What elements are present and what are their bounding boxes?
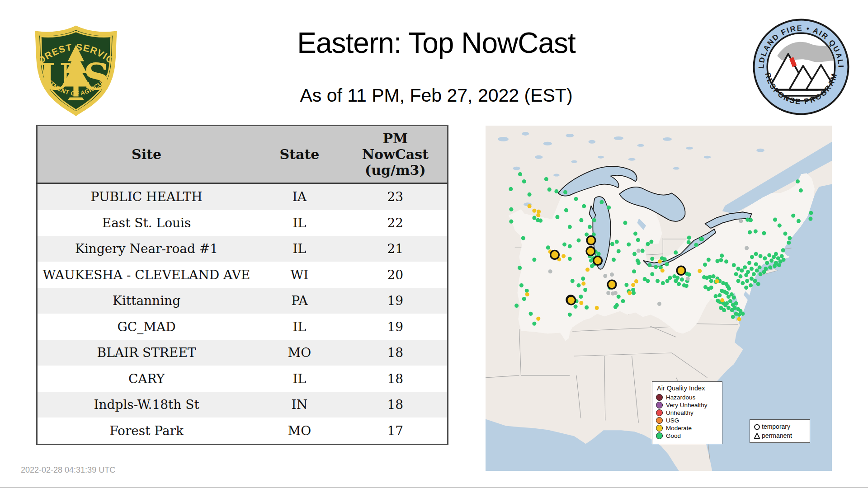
monitor-dot-good[interactable] — [797, 219, 801, 223]
monitor-dot-good[interactable] — [754, 229, 758, 233]
monitor-dot-good[interactable] — [747, 261, 751, 265]
monitor-dot-moderate[interactable] — [715, 279, 719, 283]
monitor-dot-good[interactable] — [714, 294, 718, 298]
monitor-dot-good[interactable] — [707, 258, 711, 262]
monitor-dot-good[interactable] — [579, 295, 583, 299]
monitor-dot-good[interactable] — [617, 249, 621, 253]
monitor-dot-good[interactable] — [732, 263, 736, 267]
monitor-dot-good[interactable] — [509, 220, 513, 224]
monitor-dot-good[interactable] — [709, 279, 713, 283]
monitor-dot-good[interactable] — [576, 238, 580, 242]
monitor-dot-good[interactable] — [509, 207, 513, 211]
monitor-dot-good[interactable] — [777, 263, 781, 267]
monitor-dot-good[interactable] — [623, 221, 627, 225]
monitor-dot-moderate[interactable] — [528, 204, 532, 208]
monitor-dot-good[interactable] — [724, 259, 728, 263]
monitor-dot-good[interactable] — [637, 261, 641, 265]
monitor-dot-good[interactable] — [509, 187, 513, 191]
monitor-dot-good[interactable] — [788, 236, 792, 240]
monitor-dot-good[interactable] — [646, 279, 650, 283]
monitor-dot-good[interactable] — [773, 218, 777, 222]
monitor-dot-good[interactable] — [521, 236, 525, 240]
monitor-dot-good[interactable] — [674, 250, 678, 254]
monitor-dot-moderate[interactable] — [536, 213, 540, 217]
monitor-dot-moderate[interactable] — [537, 210, 541, 214]
monitor-dot-good[interactable] — [514, 304, 519, 308]
monitor-dot-good[interactable] — [748, 230, 752, 234]
monitor-dot-good[interactable] — [532, 322, 536, 326]
monitor-dot-good[interactable] — [621, 299, 625, 303]
monitor-dot-missing[interactable] — [637, 249, 641, 253]
monitor-dot-good[interactable] — [568, 257, 572, 261]
monitor-dot-good[interactable] — [661, 281, 665, 285]
monitor-dot-good[interactable] — [617, 295, 621, 299]
monitor-dot-good[interactable] — [538, 219, 542, 223]
monitor-dot-good[interactable] — [734, 301, 738, 305]
monitor-dot-good[interactable] — [528, 192, 532, 197]
monitor-dot-good[interactable] — [571, 279, 575, 283]
monitor-dot-good[interactable] — [708, 275, 712, 279]
monitor-dot-good[interactable] — [727, 286, 731, 291]
monitor-dot-moderate[interactable] — [698, 269, 702, 273]
monitor-dot-good[interactable] — [780, 254, 784, 258]
monitor-dot-good[interactable] — [613, 305, 618, 309]
monitor-dot-good[interactable] — [518, 266, 522, 270]
monitor-dot-good[interactable] — [740, 268, 744, 272]
top-site-marker[interactable] — [586, 247, 595, 255]
monitor-dot-good[interactable] — [574, 305, 578, 309]
monitor-dot-good[interactable] — [753, 279, 757, 283]
monitor-dot-good[interactable] — [564, 208, 568, 212]
monitor-dot-good[interactable] — [754, 252, 758, 256]
monitor-dot-good[interactable] — [774, 252, 778, 256]
monitor-dot-good[interactable] — [763, 256, 767, 260]
monitor-dot-good[interactable] — [722, 308, 726, 312]
monitor-dot-good[interactable] — [755, 268, 759, 272]
monitor-dot-missing[interactable] — [603, 274, 607, 278]
monitor-dot-good[interactable] — [791, 214, 795, 218]
monitor-dot-good[interactable] — [699, 237, 703, 241]
monitor-dot-good[interactable] — [687, 235, 691, 239]
monitor-dot-moderate[interactable] — [634, 279, 638, 283]
monitor-dot-good[interactable] — [592, 218, 596, 222]
monitor-dot-good[interactable] — [588, 225, 592, 229]
monitor-dot-good[interactable] — [750, 255, 754, 259]
top-site-marker[interactable] — [594, 256, 602, 265]
monitor-dot-good[interactable] — [576, 283, 580, 287]
monitor-dot-good[interactable] — [615, 239, 619, 244]
monitor-dot-good[interactable] — [579, 218, 583, 222]
monitor-dot-missing[interactable] — [657, 302, 661, 306]
monitor-dot-good[interactable] — [725, 301, 729, 305]
monitor-dot-good[interactable] — [720, 253, 724, 258]
top-site-marker[interactable] — [587, 236, 595, 245]
monitor-dot-good[interactable] — [728, 299, 732, 303]
monitor-dot-good[interactable] — [519, 283, 524, 287]
monitor-dot-good[interactable] — [649, 239, 653, 244]
top-site-marker[interactable] — [567, 296, 576, 305]
monitor-dot-good[interactable] — [799, 188, 803, 192]
monitor-dot-good[interactable] — [736, 267, 741, 271]
monitor-dot-good[interactable] — [574, 197, 578, 201]
monitor-dot-good[interactable] — [745, 279, 749, 283]
monitor-dot-good[interactable] — [654, 265, 658, 269]
monitor-dot-good[interactable] — [582, 204, 586, 208]
monitor-dot-good[interactable] — [759, 254, 763, 258]
monitor-dot-good[interactable] — [590, 264, 594, 268]
monitor-dot-missing[interactable] — [606, 291, 610, 295]
monitor-dot-good[interactable] — [732, 296, 736, 300]
monitor-dot-good[interactable] — [532, 258, 536, 262]
monitor-dot-good[interactable] — [726, 295, 731, 299]
monitor-dot-good[interactable] — [668, 276, 672, 280]
monitor-dot-good[interactable] — [612, 258, 616, 262]
monitor-dot-good[interactable] — [555, 215, 559, 219]
monitor-dot-good[interactable] — [787, 240, 791, 244]
monitor-dot-moderate[interactable] — [585, 267, 590, 272]
monitor-dot-good[interactable] — [734, 272, 738, 276]
monitor-dot-good[interactable] — [646, 242, 650, 246]
monitor-dot-good[interactable] — [568, 244, 572, 248]
monitor-dot-moderate[interactable] — [631, 283, 635, 287]
monitor-dot-good[interactable] — [525, 289, 529, 293]
monitor-dot-good[interactable] — [809, 211, 813, 215]
monitor-dot-good[interactable] — [712, 274, 716, 278]
monitor-dot-good[interactable] — [585, 305, 589, 310]
monitor-dot-good[interactable] — [684, 284, 689, 288]
